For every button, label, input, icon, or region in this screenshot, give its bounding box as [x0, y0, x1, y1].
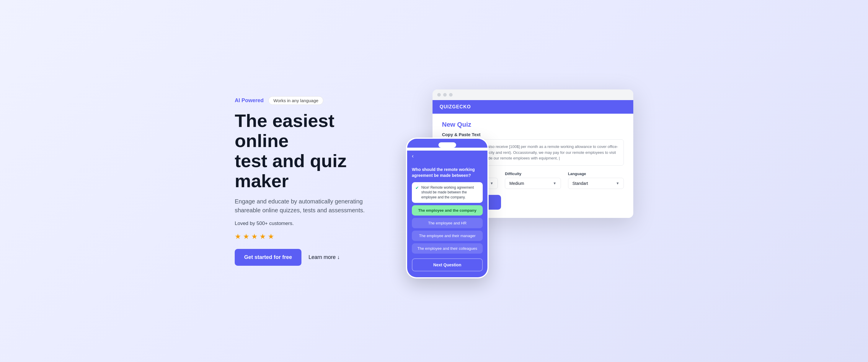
- language-label: Language: [568, 172, 624, 176]
- phone-mockup: ‹ Who should the remote working agreemen…: [406, 138, 489, 278]
- chevron-down-icon: ▼: [490, 181, 493, 185]
- language-badge: Works in any language: [268, 96, 323, 105]
- next-question-button[interactable]: Next Question: [412, 259, 483, 271]
- language-group: Language Standart ▼: [568, 172, 624, 189]
- get-started-button[interactable]: Get started for free: [235, 249, 302, 266]
- main-heading: The easiest online test and quiz maker: [235, 111, 388, 191]
- quiz-brand: QUIZGECKO: [440, 104, 471, 109]
- chevron-down-icon: ▼: [616, 181, 619, 185]
- answer-option-2[interactable]: The employee and HR: [412, 218, 483, 228]
- ai-powered-label: AI Powered: [235, 97, 264, 103]
- quiz-header-bar: QUIZGECKO: [433, 100, 633, 114]
- right-panel: QUIZGECKO New Quiz Copy & Paste Text Rem…: [406, 89, 633, 273]
- phone-top-bar: [407, 139, 488, 148]
- language-select[interactable]: Standart ▼: [568, 178, 624, 189]
- difficulty-group: Difficulty Medium ▼: [505, 172, 561, 189]
- star-rating: ★ ★ ★ ★ ★: [235, 232, 388, 241]
- phone-nav-bar: ‹: [407, 151, 488, 163]
- selected-answer[interactable]: The employee and the company: [412, 205, 483, 215]
- correct-answer-text: Nice! Remote working agreement should be…: [421, 185, 479, 200]
- phone-question: Who should the remote working agreement …: [412, 167, 483, 178]
- difficulty-select[interactable]: Medium ▼: [505, 178, 561, 189]
- cta-row: Get started for free Learn more ↓: [235, 249, 388, 266]
- loved-text: Loved by 500+ customers.: [235, 220, 388, 227]
- browser-dot-green: [449, 93, 453, 96]
- difficulty-label: Difficulty: [505, 172, 561, 176]
- check-icon: ✔: [415, 185, 419, 190]
- back-icon[interactable]: ‹: [412, 153, 414, 159]
- answer-option-4[interactable]: The employee and their colleagues: [412, 243, 483, 254]
- answer-option-3[interactable]: The employee and their manager: [412, 231, 483, 241]
- phone-notch: [438, 142, 456, 148]
- browser-dot-red: [437, 93, 441, 96]
- top-badges: AI Powered Works in any language: [235, 96, 388, 105]
- left-panel: AI Powered Works in any language The eas…: [235, 96, 388, 266]
- correct-answer-feedback: ✔ Nice! Remote working agreement should …: [412, 182, 483, 203]
- phone-content: Who should the remote working agreement …: [407, 163, 488, 277]
- chevron-down-icon: ▼: [553, 181, 557, 185]
- copy-paste-label: Copy & Paste Text: [442, 132, 624, 137]
- browser-header: [433, 89, 633, 100]
- new-quiz-title: New Quiz: [442, 121, 624, 128]
- learn-more-button[interactable]: Learn more ↓: [309, 254, 340, 261]
- browser-dot-yellow: [443, 93, 447, 96]
- subtitle-text: Engage and educate by automatically gene…: [235, 197, 388, 215]
